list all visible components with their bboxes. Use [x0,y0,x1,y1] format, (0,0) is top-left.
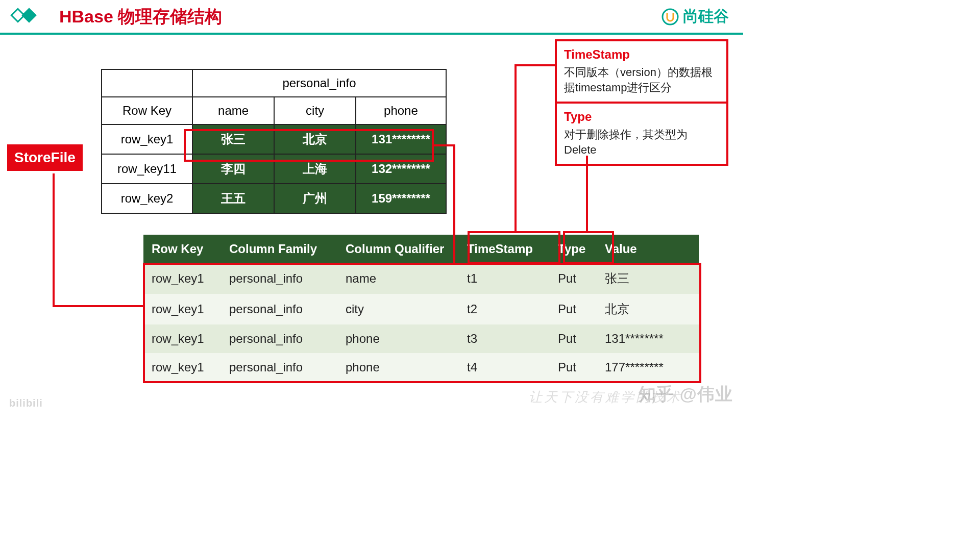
value-cell: 北京 [274,124,356,154]
phys-header-cf: Column Family [221,235,337,263]
phys-header-rowkey: Row Key [143,235,221,263]
physical-table: Row Key Column Family Column Qualifier T… [143,235,699,382]
logical-row: row_key11 李四 上海 132******** [102,154,446,184]
col-header-name: name [192,97,274,124]
phys-cell: row_key1 [143,324,221,353]
column-family-header: personal_info [192,69,446,97]
phys-cell: 131******** [597,324,699,353]
value-cell: 131******** [356,124,446,154]
phys-cell: 张三 [597,263,699,294]
col-header-city: city [274,97,356,124]
phys-cell: row_key1 [143,294,221,324]
callout-title: Type [564,109,719,125]
phys-cell: personal_info [221,263,337,294]
value-cell: 王五 [192,184,274,213]
phys-header-type: Type [550,235,597,263]
table-row: row_key1 personal_info phone t3 Put 131*… [143,324,699,353]
svg-point-2 [663,9,678,24]
phys-cell: personal_info [221,324,337,353]
phys-cell: Put [550,294,597,324]
watermark: 知乎 @伟业 [639,383,733,406]
logical-table: personal_info Row Key name city phone ro… [101,69,447,214]
callout-body: 对于删除操作，其类型为Delete [564,127,719,157]
phys-cell: city [337,294,459,324]
callout-body: 不同版本（version）的数据根据timestamp进行区分 [564,65,719,95]
phys-header-ts: TimeStamp [459,235,550,263]
logical-row: row_key2 王五 广州 159******** [102,184,446,213]
brand-text: 尚硅谷 [683,6,729,27]
phys-header-value: Value [597,235,699,263]
bilibili-watermark: bilibili [9,397,43,409]
phys-cell: row_key1 [143,263,221,294]
phys-cell: name [337,263,459,294]
phys-cell: t2 [459,294,550,324]
phys-cell: t4 [459,353,550,382]
phys-cell: Put [550,263,597,294]
rowkey-cell: row_key11 [102,154,192,184]
storefile-label: StoreFile [7,144,83,171]
phys-cell: Put [550,353,597,382]
phys-cell: personal_info [221,353,337,382]
blank-header-cell [102,69,192,97]
callout-type: Type 对于删除操作，其类型为Delete [555,102,728,166]
phys-cell: row_key1 [143,353,221,382]
value-cell: 张三 [192,124,274,154]
phys-cell: 177******** [597,353,699,382]
table-row: row_key1 personal_info name t1 Put 张三 [143,263,699,294]
phys-cell: phone [337,353,459,382]
phys-cell: personal_info [221,294,337,324]
col-header-phone: phone [356,97,446,124]
value-cell: 132******** [356,154,446,184]
value-cell: 上海 [274,154,356,184]
rowkey-cell: row_key1 [102,124,192,154]
logical-row: row_key1 张三 北京 131******** [102,124,446,154]
phys-cell: t1 [459,263,550,294]
phys-cell: phone [337,324,459,353]
brand: 尚硅谷 [662,6,729,27]
page-title: HBase 物理存储结构 [59,5,222,29]
brand-logo-icon [662,8,679,26]
rowkey-header: Row Key [102,97,192,124]
phys-cell: t3 [459,324,550,353]
table-row: row_key1 personal_info phone t4 Put 177*… [143,353,699,382]
rowkey-cell: row_key2 [102,184,192,213]
phys-cell: 北京 [597,294,699,324]
header: HBase 物理存储结构 尚硅谷 [0,0,743,35]
phys-cell: Put [550,324,597,353]
diamond-logo-icon [10,7,39,27]
svg-rect-1 [22,9,35,21]
callout-timestamp: TimeStamp 不同版本（version）的数据根据timestamp进行区… [555,39,728,104]
value-cell: 广州 [274,184,356,213]
value-cell: 159******** [356,184,446,213]
value-cell: 李四 [192,154,274,184]
phys-header-cq: Column Qualifier [337,235,459,263]
table-row: row_key1 personal_info city t2 Put 北京 [143,294,699,324]
callout-title: TimeStamp [564,46,719,63]
